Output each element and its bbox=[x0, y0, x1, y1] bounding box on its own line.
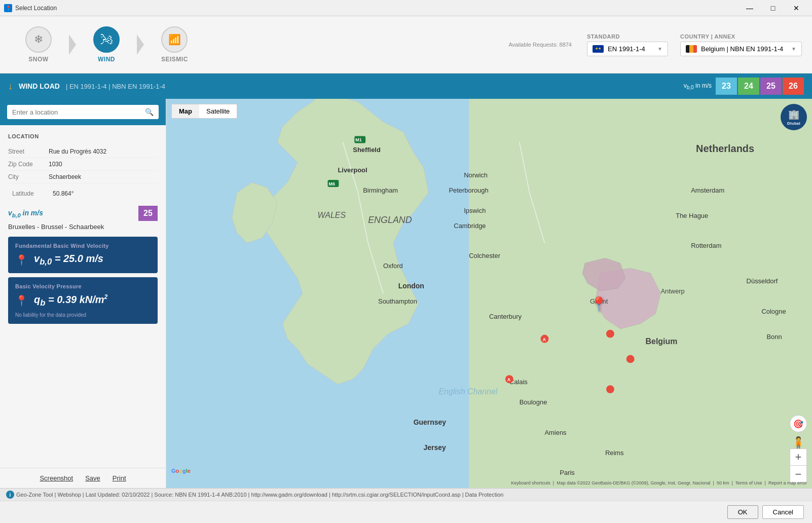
window-title: Select Location bbox=[15, 5, 57, 12]
separator: | bbox=[66, 83, 69, 90]
map-svg: English Channel Liverpool Sheffield WALE… bbox=[166, 99, 812, 488]
title-bar: 📍 Select Location — □ ✕ bbox=[0, 0, 812, 16]
velocity-pressure-value-row: 📍 qb = 0.39 kN/m2 bbox=[15, 293, 151, 308]
map-tab-satellite[interactable]: Satellite bbox=[199, 104, 237, 118]
region-name: Bruxelles - Brussel - Schaarbeek bbox=[8, 223, 158, 231]
standard-arrow: ▼ bbox=[657, 46, 662, 52]
wind-velocity-title: Fundamental Basic Wind Velocity bbox=[15, 243, 151, 249]
wind-load-bar: ↓ WIND LOAD | EN 1991-1-4 | NBN EN 1991-… bbox=[0, 73, 812, 99]
zoom-in-button[interactable]: + bbox=[790, 449, 807, 466]
search-input-wrap: 🔍 bbox=[7, 105, 159, 119]
speed-badge-26: 26 bbox=[783, 78, 804, 95]
pressure-pin-icon: 📍 bbox=[15, 294, 28, 307]
main-content: 🔍 LOCATION Street Rue du Progrès 4032 Zi… bbox=[0, 99, 812, 488]
svg-text:Oxford: Oxford bbox=[383, 262, 403, 270]
location-section-title: LOCATION bbox=[8, 133, 158, 139]
wind-load-title: WIND LOAD bbox=[19, 82, 60, 90]
svg-text:A: A bbox=[543, 337, 546, 342]
svg-text:Cologne: Cologne bbox=[761, 308, 786, 315]
latitude-row: Latitude 50.864° bbox=[8, 188, 158, 200]
wind-icon: 🌬 bbox=[93, 26, 120, 53]
svg-text:Boulogne: Boulogne bbox=[520, 398, 547, 406]
vb0-row: vb,0 in m/s 25 bbox=[8, 206, 158, 221]
vb0-badge: 25 bbox=[138, 206, 158, 221]
available-requests: Available Requests: 8874 bbox=[508, 42, 572, 48]
speed-badge-24: 24 bbox=[738, 78, 759, 95]
standard-select[interactable]: ★★ EN 1991-1-4 ▼ bbox=[587, 42, 668, 56]
top-panel: ❄ SNOW 🌬 WIND 📶 SEISMIC Available Reques… bbox=[0, 16, 812, 73]
svg-text:Guernsey: Guernsey bbox=[414, 418, 446, 426]
google-logo: Google bbox=[171, 468, 191, 474]
svg-text:M1: M1 bbox=[355, 137, 361, 142]
save-button[interactable]: Save bbox=[85, 474, 100, 482]
standard-group: STANDARD ★★ EN 1991-1-4 ▼ bbox=[587, 33, 668, 56]
map-attribution: Keyboard shortcuts | Map data ©2022 GeoB… bbox=[166, 480, 812, 485]
map-placeholder: English Channel Liverpool Sheffield WALE… bbox=[166, 99, 812, 488]
print-button[interactable]: Print bbox=[113, 474, 126, 482]
search-bar-area: 🔍 bbox=[0, 99, 166, 125]
close-button[interactable]: ✕ bbox=[785, 0, 808, 16]
bottom-bar-text: Geo-Zone Tool | Webshop | Last Updated: … bbox=[16, 492, 503, 498]
svg-text:English Channel: English Channel bbox=[438, 387, 497, 396]
svg-text:Jersey: Jersey bbox=[424, 443, 446, 452]
tab-wind[interactable]: 🌬 WIND bbox=[78, 22, 135, 67]
svg-text:Netherlands: Netherlands bbox=[696, 143, 754, 154]
svg-text:Bonn: Bonn bbox=[766, 333, 782, 341]
svg-text:Canterbury: Canterbury bbox=[489, 313, 522, 320]
compass-button[interactable]: 🎯 bbox=[790, 415, 807, 432]
disclaimer: No liability for the data provided bbox=[15, 312, 151, 318]
svg-text:London: London bbox=[398, 282, 424, 290]
dlubal-logo: 🏢 Dlubal bbox=[781, 104, 807, 130]
location-info: LOCATION Street Rue du Progrès 4032 Zip … bbox=[0, 125, 166, 468]
svg-text:Colchester: Colchester bbox=[469, 252, 500, 259]
arrow-divider-2 bbox=[137, 34, 144, 55]
latitude-value: 50.864° bbox=[53, 190, 74, 197]
eu-flag: ★★ bbox=[593, 45, 604, 53]
svg-text:Sheffield: Sheffield bbox=[353, 146, 381, 154]
street-value: Rue du Progrès 4032 bbox=[49, 148, 106, 155]
maximize-button[interactable]: □ bbox=[761, 0, 785, 16]
svg-text:Liverpool: Liverpool bbox=[338, 166, 367, 174]
app-icon: 📍 bbox=[4, 4, 12, 12]
city-value: Schaerbeek bbox=[49, 173, 81, 180]
svg-point-49 bbox=[606, 385, 614, 393]
bottom-bar: i Geo-Zone Tool | Webshop | Last Updated… bbox=[0, 488, 812, 501]
country-annex-label: COUNTRY | ANNEX bbox=[680, 33, 802, 40]
seismic-label: SEISMIC bbox=[161, 56, 188, 63]
map-area[interactable]: English Channel Liverpool Sheffield WALE… bbox=[166, 99, 812, 488]
map-view-tabs: Map Satellite bbox=[171, 104, 237, 119]
svg-text:Cambridge: Cambridge bbox=[454, 222, 486, 230]
ok-button[interactable]: OK bbox=[727, 505, 758, 519]
minimize-button[interactable]: — bbox=[738, 0, 761, 16]
vb-label: vb,0 in m/s bbox=[684, 82, 712, 90]
cancel-button[interactable]: Cancel bbox=[762, 505, 804, 519]
svg-text:Amiens: Amiens bbox=[544, 429, 566, 436]
snow-label: SNOW bbox=[28, 56, 48, 63]
wind-pin-icon: 📍 bbox=[15, 254, 28, 266]
seismic-icon: 📶 bbox=[161, 26, 188, 53]
tab-seismic[interactable]: 📶 SEISMIC bbox=[146, 22, 203, 67]
screenshot-button[interactable]: Screenshot bbox=[40, 474, 73, 482]
standard-value: EN 1991-1-4 bbox=[608, 45, 645, 53]
velocity-pressure-formula: qb = 0.39 kN/m2 bbox=[34, 293, 107, 308]
tab-snow[interactable]: ❄ SNOW bbox=[10, 22, 67, 67]
svg-text:ENGLAND: ENGLAND bbox=[368, 215, 412, 225]
svg-text:The Hague: The Hague bbox=[676, 212, 708, 219]
map-tab-map[interactable]: Map bbox=[172, 104, 199, 118]
dlubal-icon: 🏢 bbox=[788, 109, 799, 120]
wind-velocity-value-row: 📍 vb,0 = 25.0 m/s bbox=[15, 253, 151, 267]
svg-text:Birmingham: Birmingham bbox=[363, 186, 398, 194]
svg-text:Paris: Paris bbox=[560, 469, 574, 476]
search-icon[interactable]: 🔍 bbox=[145, 108, 154, 116]
svg-text:Antwerp: Antwerp bbox=[660, 287, 684, 295]
window-controls: — □ ✕ bbox=[738, 0, 808, 16]
country-annex-select[interactable]: Belgium | NBN EN 1991-1-4 ▼ bbox=[680, 42, 802, 56]
wind-velocity-formula: vb,0 = 25.0 m/s bbox=[34, 253, 103, 267]
search-input[interactable] bbox=[12, 108, 141, 116]
svg-text:Ipswich: Ipswich bbox=[464, 207, 486, 214]
street-row: Street Rue du Progrès 4032 bbox=[8, 145, 158, 158]
info-icon: i bbox=[6, 491, 14, 499]
zoom-controls: + − bbox=[790, 449, 807, 483]
country-annex-value: Belgium | NBN EN 1991-1-4 bbox=[701, 45, 783, 53]
mode-tabs: ❄ SNOW 🌬 WIND 📶 SEISMIC bbox=[10, 22, 203, 67]
